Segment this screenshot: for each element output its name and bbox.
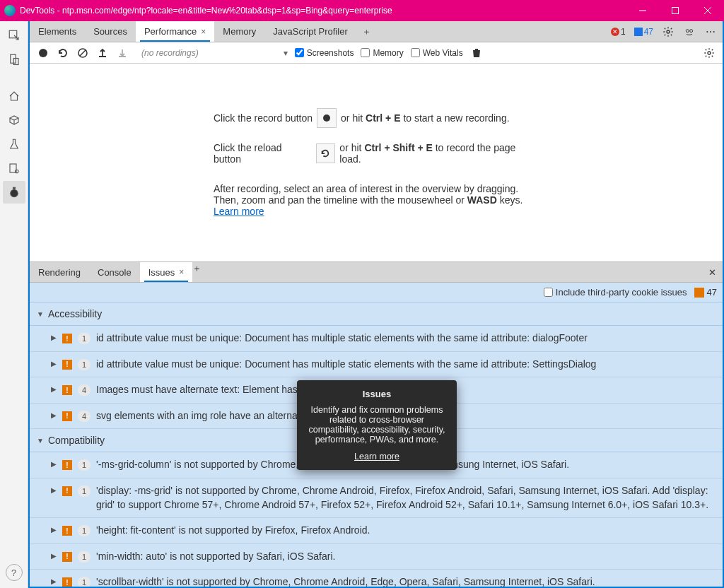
svg-point-15	[706, 31, 708, 33]
trash-icon[interactable]	[470, 47, 483, 59]
issue-text: 'scrollbar-width' is not supported by Ch…	[96, 575, 716, 587]
reload-button[interactable]	[57, 47, 69, 59]
chevron-down-icon: ▼	[37, 310, 44, 318]
chevron-right-icon: ▶	[51, 526, 57, 534]
recordings-label: (no recordings)	[141, 48, 199, 58]
close-drawer-button[interactable]: ✕	[701, 262, 723, 282]
upload-button[interactable]	[96, 47, 109, 59]
warn-icon: !	[62, 577, 72, 587]
inspect-icon[interactable]	[3, 24, 25, 47]
performance-toolbar: (no recordings) ▾ Screenshots Memory Web…	[30, 42, 723, 64]
issues-count: 47	[694, 287, 717, 298]
chevron-right-icon: ▶	[51, 385, 57, 393]
close-button[interactable]	[691, 0, 724, 21]
chevron-right-icon: ▶	[51, 486, 57, 494]
svg-point-17	[713, 31, 715, 33]
learn-more-link[interactable]: Learn more	[214, 206, 264, 217]
warn-icon: !	[62, 526, 72, 536]
activity-bar: ?	[0, 21, 28, 588]
svg-point-13	[686, 29, 689, 32]
window-title: DevTools - ntp.msn.com/edge/ntp?locale=e…	[20, 6, 626, 16]
window-titlebar: DevTools - ntp.msn.com/edge/ntp?locale=e…	[0, 0, 724, 21]
issue-text: 'height: fit-content' is not supported b…	[96, 524, 716, 538]
svg-rect-1	[672, 8, 679, 14]
tab-memory[interactable]: Memory	[214, 21, 264, 42]
settings-icon[interactable]	[703, 47, 716, 59]
tab-elements[interactable]: Elements	[30, 21, 85, 42]
screenshots-checkbox[interactable]: Screenshots	[295, 48, 354, 58]
maximize-button[interactable]	[659, 0, 691, 21]
more-icon[interactable]	[704, 25, 717, 38]
feedback-icon[interactable]	[683, 25, 696, 38]
chevron-right-icon: ▶	[51, 360, 57, 368]
add-tab-button[interactable]: ＋	[356, 21, 378, 42]
performance-empty-state: Click the record button or hit Ctrl + E …	[30, 64, 723, 261]
tab-performance[interactable]: Performance×	[136, 21, 214, 42]
tab-console[interactable]: Console	[89, 262, 140, 282]
issue-count: 4	[78, 384, 90, 396]
svg-rect-5	[10, 54, 16, 63]
3d-icon[interactable]	[3, 109, 25, 131]
svg-point-14	[690, 29, 693, 32]
issue-item[interactable]: ▶!1id attribute value must be unique: Do…	[30, 352, 723, 378]
warn-icon: !	[62, 486, 72, 496]
close-icon[interactable]: ×	[201, 27, 206, 37]
chevron-right-icon: ▶	[51, 334, 57, 341]
issue-text: id attribute value must be unique: Docum…	[96, 358, 716, 372]
chevron-down-icon[interactable]: ▾	[284, 48, 288, 58]
issue-count: 1	[78, 525, 90, 536]
svg-line-20	[80, 50, 86, 56]
stopwatch-icon[interactable]	[3, 181, 25, 204]
thirdparty-checkbox[interactable]: Include third-party cookie issues	[544, 287, 687, 298]
warn-icon: !	[62, 334, 72, 343]
issue-group[interactable]: ▼Accessibility	[30, 302, 723, 326]
svg-point-22	[323, 114, 330, 122]
issues-tooltip: Issues Identify and fix common problems …	[297, 380, 457, 470]
messages-badge[interactable]: 47	[634, 27, 653, 37]
home-icon[interactable]	[3, 85, 25, 107]
tab-jsprofiler[interactable]: JavaScript Profiler	[264, 21, 356, 42]
svg-point-9	[10, 189, 18, 197]
close-icon[interactable]: ×	[179, 267, 184, 277]
svg-point-21	[708, 52, 711, 54]
issue-item[interactable]: ▶!1'min-width: auto' is not supported by…	[30, 544, 723, 570]
record-button[interactable]	[37, 47, 49, 59]
tab-issues[interactable]: Issues×	[140, 262, 193, 282]
reload-icon	[316, 143, 336, 163]
add-drawer-tab[interactable]: ＋	[192, 262, 202, 282]
app-icon	[4, 5, 16, 16]
device-icon[interactable]	[3, 48, 25, 71]
errors-badge[interactable]: ✕1	[611, 27, 626, 37]
minimize-button[interactable]	[626, 0, 659, 21]
warn-icon: !	[62, 411, 72, 421]
svg-point-16	[710, 31, 711, 33]
flask-icon[interactable]	[3, 133, 25, 155]
webvitals-checkbox[interactable]: Web Vitals	[411, 48, 463, 58]
record-icon	[317, 108, 337, 128]
issue-text: 'display: -ms-grid' is not supported by …	[96, 484, 716, 512]
top-tabs: Elements Sources Performance× Memory Jav…	[30, 21, 723, 42]
help-button[interactable]: ?	[6, 564, 23, 581]
issue-item[interactable]: ▶!1'display: -ms-grid' is not supported …	[30, 478, 723, 518]
app-icon[interactable]	[3, 157, 25, 180]
tab-rendering[interactable]: Rendering	[30, 262, 89, 282]
issue-text: id attribute value must be unique: Docum…	[96, 331, 716, 346]
warn-icon	[694, 288, 704, 298]
tooltip-learn-more-link[interactable]: Learn more	[354, 452, 399, 461]
tab-sources[interactable]: Sources	[85, 21, 136, 42]
download-button[interactable]	[116, 47, 129, 59]
svg-point-8	[15, 170, 18, 173]
warn-icon: !	[62, 460, 72, 470]
warn-icon: !	[62, 552, 72, 562]
memory-checkbox[interactable]: Memory	[361, 48, 403, 58]
svg-point-18	[39, 49, 47, 57]
chevron-right-icon: ▶	[51, 552, 57, 560]
issue-count: 4	[78, 411, 90, 422]
settings-icon[interactable]	[662, 25, 675, 38]
issue-item[interactable]: ▶!1id attribute value must be unique: Do…	[30, 326, 723, 352]
issue-item[interactable]: ▶!1'height: fit-content' is not supporte…	[30, 518, 723, 544]
issue-count: 1	[78, 486, 90, 497]
clear-button[interactable]	[76, 47, 89, 59]
chevron-right-icon: ▶	[51, 577, 57, 585]
issue-item[interactable]: ▶!1'scrollbar-width' is not supported by…	[30, 570, 723, 587]
